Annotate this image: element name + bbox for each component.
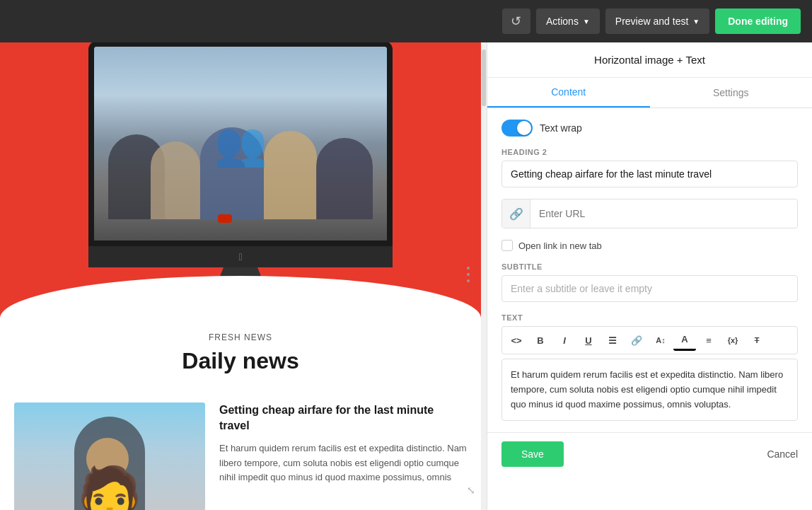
italic-btn[interactable]: I xyxy=(553,330,576,351)
panel-header: Horizontal image + Text xyxy=(487,42,812,78)
tab-settings[interactable]: Settings xyxy=(650,78,813,108)
right-panel: Horizontal image + Text Content Settings… xyxy=(487,42,812,510)
apple-logo-icon:  xyxy=(238,251,242,262)
subtitle-label: SUBTITLE xyxy=(501,262,798,271)
actions-label: Actions xyxy=(546,16,579,27)
scrollbar-thumb xyxy=(482,50,486,106)
url-row: 🔗 xyxy=(501,199,798,228)
canvas-scrollbar[interactable] xyxy=(481,42,487,510)
toggle-thumb xyxy=(517,121,531,135)
open-new-tab-row: Open link in new tab xyxy=(501,240,798,251)
content-section: FRESH NEWS Daily news xyxy=(0,318,481,402)
bold-btn[interactable]: B xyxy=(529,330,552,351)
text-wrap-toggle[interactable] xyxy=(501,120,533,137)
open-new-tab-label: Open link in new tab xyxy=(518,240,602,251)
hero-section:  xyxy=(0,42,481,318)
article-title: Getting cheap airfare for the last minut… xyxy=(219,402,467,434)
font-size-btn[interactable]: A↕ xyxy=(649,330,672,351)
drag-dot xyxy=(467,267,470,270)
text-toolbar: <> B I U ☰ 🔗 A↕ A ≡ {x} T xyxy=(501,326,798,354)
font-color-btn[interactable]: A xyxy=(673,330,696,351)
text-section: TEXT <> B I U ☰ 🔗 A↕ A ≡ {x} T Et harum … xyxy=(501,313,798,421)
text-wrap-row: Text wrap xyxy=(501,120,798,137)
monitor-base:  xyxy=(88,246,393,267)
text-label: TEXT xyxy=(501,313,798,322)
drag-dot xyxy=(467,279,470,282)
article-text: Getting cheap airfare for the last minut… xyxy=(219,402,467,485)
daily-news-title: Daily news xyxy=(28,348,453,374)
text-content[interactable]: Et harum quidem rerum facilis est et exp… xyxy=(501,359,798,421)
subtitle-section: SUBTITLE xyxy=(501,262,798,302)
save-button[interactable]: Save xyxy=(501,441,564,467)
panel-tabs: Content Settings xyxy=(487,78,812,108)
url-input[interactable] xyxy=(530,201,797,226)
align-btn[interactable]: ≡ xyxy=(697,330,720,351)
link-btn[interactable]: 🔗 xyxy=(625,330,648,351)
heading2-section: HEADING 2 xyxy=(501,148,798,187)
topbar: ↺ Actions ▼ Preview and test ▼ Done edit… xyxy=(0,0,812,42)
action-row: Save Cancel xyxy=(487,432,812,475)
underline-btn[interactable]: U xyxy=(577,330,600,351)
clear-format-btn[interactable]: T xyxy=(746,330,768,351)
subtitle-input[interactable] xyxy=(501,275,798,302)
preview-caret-icon: ▼ xyxy=(692,18,700,25)
fresh-news-label: FRESH NEWS xyxy=(28,332,453,342)
text-wrap-label: Text wrap xyxy=(540,122,582,134)
preview-label: Preview and test xyxy=(615,16,689,27)
hero-curve xyxy=(0,276,481,318)
screen-image xyxy=(94,47,387,240)
canvas:  FRESH NEWS Daily news Gettin xyxy=(0,42,481,510)
actions-button[interactable]: Actions ▼ xyxy=(536,8,600,34)
resize-handle-icon[interactable]: ⤡ xyxy=(467,485,475,496)
history-button[interactable]: ↺ xyxy=(502,8,530,34)
list-btn[interactable]: ☰ xyxy=(601,330,624,351)
monitor-screen xyxy=(88,42,393,246)
cancel-label: Cancel xyxy=(767,448,798,460)
save-label: Save xyxy=(521,448,544,460)
article-row: Getting cheap airfare for the last minut… xyxy=(0,402,481,510)
drag-dot xyxy=(467,273,470,276)
panel-title: Horizontal image + Text xyxy=(501,54,798,66)
link-icon: 🔗 xyxy=(502,199,530,228)
heading2-label: HEADING 2 xyxy=(501,148,798,156)
main-area:  FRESH NEWS Daily news Gettin xyxy=(0,42,812,510)
panel-content: Text wrap HEADING 2 🔗 Open link in new t… xyxy=(487,108,812,432)
monitor:  xyxy=(88,42,393,304)
tab-content[interactable]: Content xyxy=(487,78,650,108)
article-body: Et harum quidem rerum facilis est et exp… xyxy=(219,441,467,485)
preview-button[interactable]: Preview and test ▼ xyxy=(605,8,709,34)
article-image xyxy=(14,402,205,510)
variable-btn[interactable]: {x} xyxy=(721,330,744,351)
actions-caret-icon: ▼ xyxy=(583,18,590,25)
done-editing-button[interactable]: Done editing xyxy=(715,8,801,34)
drag-handle[interactable] xyxy=(467,267,470,282)
heading2-input[interactable] xyxy=(501,161,798,187)
code-btn[interactable]: <> xyxy=(505,330,528,351)
done-editing-label: Done editing xyxy=(728,16,788,27)
cancel-button[interactable]: Cancel xyxy=(767,448,798,460)
open-new-tab-checkbox[interactable] xyxy=(501,240,513,251)
